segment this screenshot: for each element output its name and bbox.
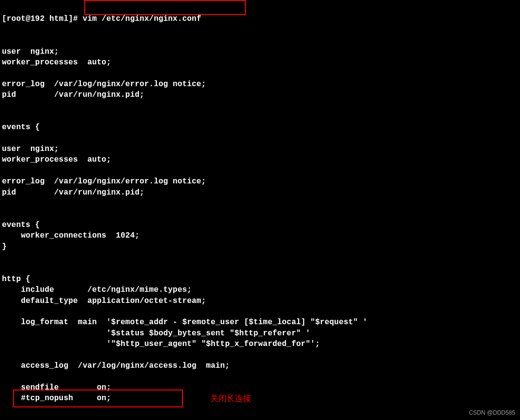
shell-prompt: [root@192 html]# <box>2 15 83 23</box>
shell-command: vim /etc/nginx/nginx.conf <box>83 15 201 23</box>
terminal-output[interactable]: [root@192 html]# vim /etc/nginx/nginx.co… <box>2 3 518 420</box>
file-content: user nginx; worker_processes auto; error… <box>2 47 367 403</box>
watermark: CSDN @DDD585 <box>469 409 515 417</box>
annotation-text: 关闭长连接 <box>210 393 251 405</box>
